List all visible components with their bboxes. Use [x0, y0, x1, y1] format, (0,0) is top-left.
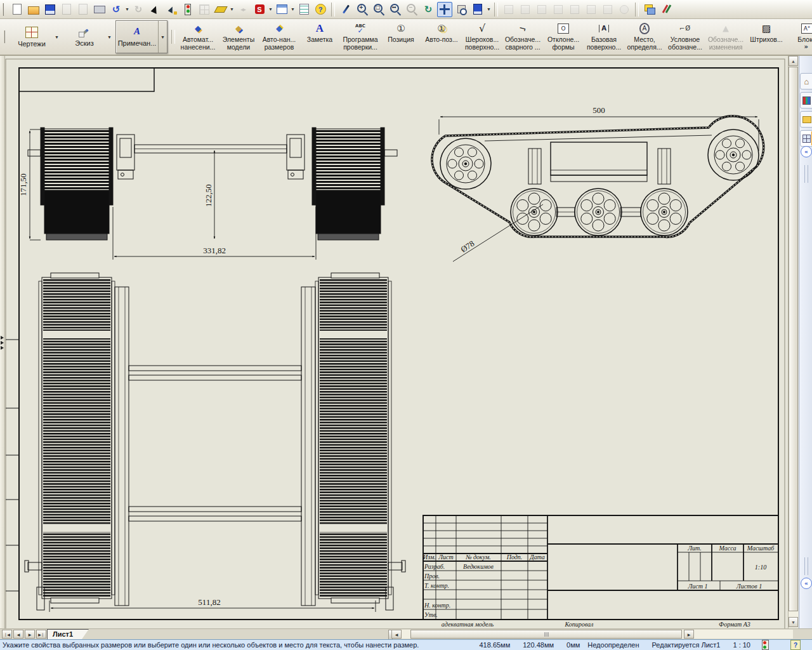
toolbar-grip[interactable] — [4, 30, 8, 43]
view-palette-tab[interactable] — [800, 130, 812, 147]
viewport-caret[interactable]: ▼ — [290, 7, 296, 11]
pan-icon[interactable] — [437, 2, 452, 17]
auto-balloon-button[interactable]: Авто-поз... — [421, 20, 462, 53]
rotate-view-icon[interactable]: ↻ — [421, 2, 436, 17]
tab-annotations[interactable]: Примечан... ▼ — [115, 20, 167, 53]
spell-checker-button[interactable]: Программапроверки... — [340, 20, 381, 53]
zoom-window-icon[interactable]: □ — [371, 2, 386, 17]
sheet-tab-list1[interactable]: Лист1 — [47, 629, 89, 639]
first-sheet-button[interactable]: ❘◀ — [2, 630, 12, 639]
drawing-canvas[interactable]: 171,50 122,50 331,82 — [0, 56, 788, 628]
save-icon[interactable] — [43, 2, 58, 17]
tb-scale-value: 1:10 — [755, 564, 766, 571]
annotations-caret[interactable]: ▼ — [158, 21, 167, 53]
dim-front-height[interactable]: 171,50 — [18, 173, 28, 196]
drawings-caret[interactable]: ▼ — [53, 21, 61, 53]
resources-tab[interactable] — [800, 73, 812, 90]
flyout-arrow-icon[interactable] — [1, 336, 4, 340]
scroll-right-button[interactable]: ▶ — [684, 630, 694, 639]
datum-target-button[interactable]: Место,определя... — [624, 20, 665, 53]
view-orientation-icon[interactable] — [470, 2, 485, 17]
display-lights-icon[interactable] — [180, 2, 195, 17]
geometric-tolerance-button[interactable]: Отклоне...формы — [543, 20, 584, 53]
scroll-left-button[interactable]: ◀ — [391, 630, 402, 639]
revision-symbol-button: Обозначе...изменения — [705, 20, 746, 53]
help-icon[interactable] — [313, 2, 328, 17]
vertical-scrollbar[interactable]: ▲ ▼ — [788, 56, 799, 628]
datum-feature-button[interactable]: Базоваяповерхно... — [584, 20, 624, 53]
dim-side-length[interactable]: 500 — [593, 105, 605, 115]
undo-caret[interactable]: ▼ — [124, 7, 130, 11]
auto-insert-button[interactable]: Автомат...нанесени... — [178, 20, 218, 53]
model-items-icon — [235, 22, 242, 36]
solidworks-caret[interactable]: ▼ — [268, 7, 273, 11]
sketch-caret[interactable]: ▼ — [105, 21, 114, 53]
spell-checker-icon — [355, 22, 365, 36]
tab-label: Примечан... — [118, 39, 157, 47]
layer-properties-icon[interactable] — [642, 2, 657, 17]
model-items-button[interactable]: Элементымодели — [218, 20, 259, 53]
collapse-chevron-icon[interactable]: « — [801, 146, 812, 157]
pane-grip[interactable] — [804, 165, 808, 183]
pane-grip[interactable] — [804, 557, 808, 575]
selection-filter-icon[interactable] — [164, 2, 179, 17]
status-editing: Редактируется Лист1 — [646, 641, 727, 649]
horizontal-scroll-thumb[interactable] — [410, 630, 682, 639]
command-manager: Чертежи ▼ Эскиз ▼ Примечан... ▼ Автомат.… — [0, 19, 812, 56]
revision-symbol-icon — [723, 22, 729, 36]
line-format-icon[interactable] — [658, 2, 674, 17]
status-lights-icon[interactable] — [762, 640, 769, 650]
select-other-icon[interactable] — [338, 2, 353, 17]
flyout-arrow-icon[interactable] — [1, 346, 4, 350]
hole-callout-button[interactable]: Условноеобозначе... — [665, 20, 705, 53]
note-button[interactable]: Заметка — [299, 20, 340, 53]
surface-finish-icon — [479, 22, 485, 36]
scroll-down-button[interactable]: ▼ — [789, 617, 798, 627]
file-explorer-tab[interactable] — [800, 111, 812, 128]
vertical-scroll-thumb[interactable] — [789, 67, 798, 611]
open-icon[interactable] — [26, 2, 41, 17]
measure-caret[interactable]: ▼ — [229, 7, 235, 11]
design-library-tab[interactable] — [800, 92, 812, 109]
area-hatch-icon — [762, 22, 771, 36]
scroll-up-button[interactable]: ▲ — [789, 56, 798, 66]
prev-sheet-button[interactable]: ◀ — [13, 630, 23, 639]
new-document-icon[interactable] — [10, 2, 25, 17]
toolbar-overflow-chevron[interactable]: » — [804, 43, 808, 50]
orientation-caret[interactable]: ▼ — [486, 7, 492, 11]
tb-lit: Лит. — [687, 545, 702, 552]
drawing-view-icon[interactable] — [454, 2, 469, 17]
view-back-icon — [518, 2, 533, 17]
collapse-chevron-icon[interactable]: « — [801, 578, 812, 589]
make-assembly-icon — [75, 2, 91, 17]
print-icon[interactable] — [92, 2, 107, 17]
sheet-frame — [6, 59, 785, 628]
surface-finish-button[interactable]: Шерохов...поверхно... — [462, 20, 502, 53]
dim-top-span[interactable]: 511,82 — [198, 597, 220, 607]
viewport-layout-icon[interactable] — [274, 2, 289, 17]
toolbar-grip[interactable] — [3, 3, 6, 16]
solidworks-icon[interactable] — [252, 2, 267, 17]
options-list-icon[interactable] — [296, 2, 311, 17]
undo-icon[interactable]: ↺ — [108, 2, 124, 17]
balloon-button[interactable]: Позиция — [381, 20, 421, 53]
tab-drawings[interactable]: Чертежи ▼ — [10, 20, 62, 53]
blocks-button[interactable]: Блоки — [787, 20, 812, 53]
auto-dimension-button[interactable]: Авто-нан...размеров — [259, 20, 299, 53]
zoom-in-icon[interactable]: + — [355, 2, 370, 17]
status-bar: Укажите свойства выбранных размеров или … — [0, 639, 812, 650]
tab-sketch[interactable]: Эскиз ▼ — [63, 20, 114, 53]
flyout-arrow-icon[interactable] — [1, 341, 4, 345]
select-cursor-icon[interactable] — [147, 2, 162, 17]
hole-callout-icon — [679, 22, 691, 36]
status-help-icon[interactable]: ? — [790, 640, 801, 650]
last-sheet-button[interactable]: ▶❘ — [36, 630, 46, 639]
next-sheet-button[interactable]: ▶ — [25, 630, 35, 639]
sheet-tab-label: Лист1 — [53, 630, 73, 638]
dim-front-axle[interactable]: 122,50 — [204, 184, 213, 207]
measure-icon[interactable] — [213, 2, 228, 17]
dim-front-span[interactable]: 331,82 — [203, 246, 226, 255]
zoom-fit-icon[interactable]: ↔ — [388, 2, 403, 17]
weld-symbol-button[interactable]: Обозначе...сварного ... — [502, 20, 543, 53]
area-hatch-button[interactable]: Штрихов... — [746, 20, 787, 53]
